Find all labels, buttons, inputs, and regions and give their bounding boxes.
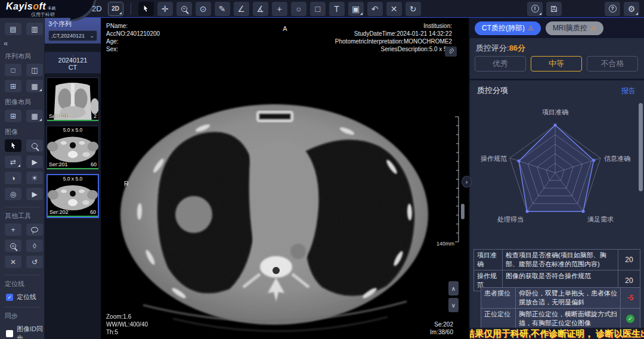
undo-tool-button[interactable]: ↶ — [367, 2, 383, 16]
settings-button[interactable]: ⚙ — [624, 2, 639, 16]
tab-mri-qc[interactable]: MRI脑质控 ⚠ — [546, 21, 603, 35]
zoom-label: Zoom:1.6 — [106, 313, 148, 321]
study-group-header[interactable]: , 20240121 CT — [45, 52, 101, 73]
scale-ruler — [453, 116, 459, 245]
row-score: ✓ — [621, 309, 640, 329]
image-brightness-button[interactable]: ☀ — [26, 172, 43, 184]
series-layout-4-button[interactable]: ⊞ — [5, 80, 21, 92]
image-invert-button[interactable]: ◑ — [5, 172, 21, 184]
qc-subitem-header: 质控分项 报告 — [477, 85, 636, 96]
eraser-icon: ◊ — [33, 242, 36, 250]
chevron-down-icon: ∨ — [451, 302, 456, 309]
cursor-tool-button[interactable] — [138, 2, 154, 16]
series-panel-toggle-button[interactable]: ▤ — [5, 23, 21, 35]
table-row: 正位定位胸部正位定位，横断面螺旋方式扫描，有胸部正位定位图像✓ — [481, 309, 640, 329]
thumbnail-spacing-label: 5.0 x 5.0 — [48, 176, 98, 182]
reset-tool-button[interactable]: ↻ — [405, 2, 421, 16]
rail-section-grid: ⇄▶◑☀◎▶ — [0, 138, 44, 201]
wl-preset-tool-button[interactable]: ▣ — [348, 2, 364, 16]
radar-axis-label: 满足需求 — [587, 215, 614, 224]
angle-tool-button[interactable]: ∠ — [234, 2, 249, 16]
row-description: 胸部正位定位，横断面螺旋方式扫描，有胸部正位定位图像 — [516, 309, 621, 329]
qc-score: 质控评分:86分 — [476, 43, 525, 54]
layout-9-icon: ▦ — [31, 112, 38, 120]
qc-tab-bar: CT质控(肺部) ⚠ MRI脑质控 ⚠ — [470, 18, 644, 38]
info-button[interactable]: ! — [527, 2, 543, 16]
toolbar-separator — [131, 3, 131, 15]
preset-icon: ▣ — [352, 5, 360, 13]
tab-ct-qc[interactable]: CT质控(肺部) ⚠ — [475, 21, 541, 35]
link-series-button[interactable] — [445, 46, 457, 57]
tab-ct-qc-label: CT质控(肺部) — [482, 23, 525, 33]
series-layout-9-button[interactable]: ▦ — [26, 80, 43, 92]
cobb-angle-tool-button[interactable]: ∡ — [253, 2, 268, 16]
collapse-sidebar-button[interactable]: « — [0, 38, 12, 48]
checkbox[interactable]: ✓ — [6, 330, 13, 337]
image-layout-9-button[interactable]: ▦ — [26, 110, 43, 122]
series-layout-1-button[interactable]: □ — [5, 64, 21, 76]
magnifier-icon — [32, 143, 38, 149]
slice-scrollbar-thumb[interactable] — [461, 204, 465, 219]
image-flip-button[interactable]: ⇄ — [5, 155, 21, 168]
angle-icon: ∠ — [237, 5, 245, 13]
text-annotation-tool-button[interactable]: T — [329, 2, 345, 16]
rect-icon: □ — [315, 5, 320, 13]
mode-2d-button[interactable]: 2D — [108, 2, 123, 16]
report-panel-toggle-button[interactable]: ▥ — [26, 23, 43, 35]
image-magnify-button[interactable] — [26, 139, 43, 152]
tool-probe-button[interactable]: + — [5, 223, 21, 236]
image-layout-4-button[interactable]: ⊞ — [5, 110, 21, 122]
thumbnail-image-count: 60 — [90, 209, 96, 215]
pan-tool-button[interactable]: ✛ — [157, 2, 173, 16]
ellipse-roi-tool-button[interactable]: ○ — [291, 2, 306, 16]
scroll-slice-up-button[interactable]: ∧ — [448, 281, 459, 296]
window-level-tool-button[interactable]: ⊙ — [196, 2, 211, 16]
series-layout-2col-button[interactable]: ◫ — [26, 64, 43, 76]
qc-score-label: 质控评分: — [476, 43, 509, 52]
warning-icon: ⚠ — [528, 24, 534, 32]
series-thumbnail-ser-101[interactable]: Ser:1012 — [47, 77, 99, 122]
thumbnail-series-info: Ser:20160 — [49, 161, 97, 167]
help-button[interactable]: ? — [605, 2, 620, 16]
rating-fail-button[interactable]: 不合格 — [587, 56, 638, 71]
score-value: 20 — [625, 256, 633, 265]
tool-reset-button[interactable]: ↺ — [26, 256, 43, 268]
report-link[interactable]: 报告 — [621, 86, 636, 96]
study-select-dropdown[interactable]: ,CT,20240121 ⌄ — [48, 30, 97, 41]
thumbnail-image-count: 60 — [91, 161, 97, 167]
image-flip-play-button[interactable]: ▶ — [26, 155, 43, 168]
logo-tagline: 仅用于科研 — [31, 11, 55, 18]
study-select-value: ,CT,20240121 — [51, 33, 85, 39]
tool-find-button[interactable] — [5, 240, 21, 252]
tool-delete-button[interactable]: ✕ — [5, 256, 21, 268]
bubble-icon — [31, 227, 38, 232]
ct-viewport[interactable]: PName: AccNO:2401210200 Age: Sex: A R In… — [101, 18, 469, 339]
main-tool-group: 2D✛⊙✎∠∡+○□T▣↶✕↻ — [108, 2, 421, 16]
invert-icon: ◑ — [11, 174, 15, 182]
panel-scrollbar-thumb[interactable] — [639, 103, 643, 191]
zoom-in-tool-button[interactable] — [177, 2, 192, 16]
ct-axial-image — [101, 18, 469, 339]
save-button[interactable] — [546, 2, 562, 16]
delete-annotation-tool-button[interactable]: ✕ — [386, 2, 402, 16]
measure-line-tool-button[interactable]: ✎ — [215, 2, 230, 16]
image-cursor-button[interactable] — [5, 139, 21, 152]
series-thumbnail-ser-202[interactable]: 5.0 x 5.0Ser:20260 — [47, 174, 99, 218]
image-reset-wl-button[interactable]: ◎ — [5, 188, 21, 200]
radar-axis-label: 项目准确 — [542, 108, 568, 117]
image-cine-button[interactable]: ▶ — [26, 188, 43, 200]
tool-eraser-button[interactable]: ◊ — [26, 240, 43, 252]
probe-tool-button[interactable]: + — [272, 2, 287, 16]
layout-4-icon: ⊞ — [10, 82, 16, 91]
rating-excellent-button[interactable]: 优秀 — [475, 56, 526, 71]
panel-expand-handle[interactable]: › — [462, 176, 472, 188]
checkbox[interactable]: ✓ — [6, 294, 13, 301]
cursor-icon — [142, 5, 150, 13]
rating-medium-button[interactable]: 中等 — [531, 56, 582, 71]
tool-annotation-button[interactable] — [26, 223, 43, 236]
help-icon: ? — [609, 5, 617, 13]
scroll-slice-down-button[interactable]: ∨ — [448, 298, 459, 312]
rect-roi-tool-button[interactable]: □ — [310, 2, 326, 16]
qc-rating-group: 优秀 中等 不合格 — [475, 56, 638, 71]
series-thumbnail-ser-201[interactable]: 5.0 x 5.0Ser:20160 — [47, 126, 99, 170]
